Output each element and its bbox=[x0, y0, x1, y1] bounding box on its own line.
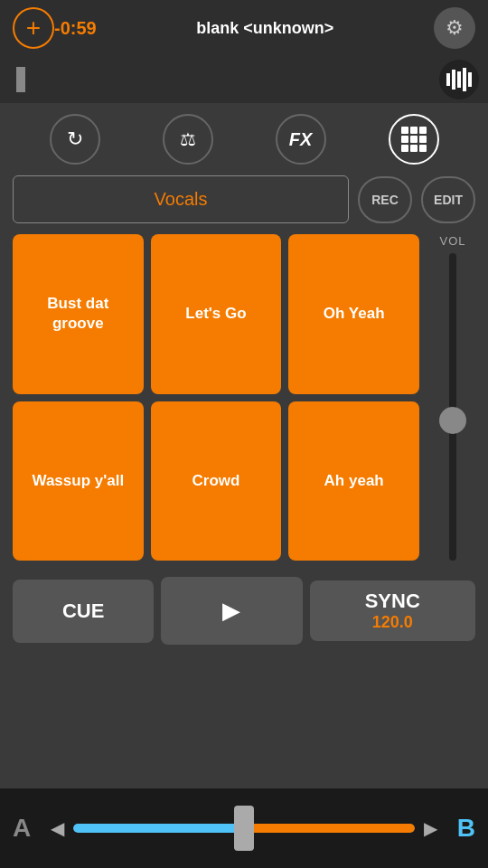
add-button[interactable]: + bbox=[13, 7, 54, 49]
pad-4[interactable]: Wassup y'all bbox=[13, 401, 144, 561]
sync-bpm: 120.0 bbox=[319, 613, 467, 632]
volume-thumb[interactable] bbox=[439, 407, 466, 434]
crossfader-track[interactable] bbox=[73, 820, 415, 836]
crossfader-label-a: A bbox=[13, 814, 42, 843]
loop-icon: ↻ bbox=[67, 127, 83, 151]
cue-button[interactable]: CUE bbox=[13, 580, 154, 643]
rec-button[interactable]: REC bbox=[358, 176, 412, 223]
pad-3[interactable]: Oh Yeah bbox=[288, 234, 419, 394]
pad-5[interactable]: Crowd bbox=[151, 401, 282, 561]
gear-icon: ⚙ bbox=[446, 16, 464, 40]
play-icon: ▶ bbox=[222, 597, 240, 625]
eq-icon: ⚖ bbox=[180, 128, 196, 150]
time-display: -0:59 bbox=[54, 18, 97, 39]
sync-button[interactable]: SYNC 120.0 bbox=[310, 580, 476, 641]
grid-icon bbox=[401, 127, 427, 152]
controls-row: ↻ ⚖ FX bbox=[0, 103, 488, 175]
volume-slider[interactable] bbox=[449, 253, 456, 561]
crossfader-row: A ◀ ▶ B bbox=[0, 788, 488, 868]
volume-section: VOL bbox=[430, 234, 475, 561]
fx-button[interactable]: FX bbox=[276, 114, 326, 165]
track-title: blank <unknown> bbox=[97, 19, 434, 38]
header: + -0:59 blank <unknown> ⚙ bbox=[0, 0, 488, 56]
vol-label: VOL bbox=[439, 234, 465, 248]
edit-button[interactable]: EDIT bbox=[421, 176, 475, 223]
crossfader-thumb[interactable] bbox=[234, 806, 254, 851]
crossfader-arrow-left[interactable]: ◀ bbox=[51, 817, 64, 839]
beats-button[interactable] bbox=[439, 60, 479, 99]
main-area: Bust dat groove Let's Go Oh Yeah Wassup … bbox=[0, 227, 488, 568]
pad-6[interactable]: Ah yeah bbox=[288, 401, 419, 561]
play-button[interactable]: ▶ bbox=[161, 577, 302, 645]
eq-button[interactable]: ⚖ bbox=[163, 114, 213, 165]
transport: CUE ▶ SYNC 120.0 bbox=[0, 568, 488, 654]
crossfader-fill-right bbox=[251, 824, 415, 833]
pad-1[interactable]: Bust dat groove bbox=[13, 234, 144, 394]
track-name-box: Vocals bbox=[13, 175, 349, 223]
pads-grid: Bust dat groove Let's Go Oh Yeah Wassup … bbox=[13, 234, 419, 561]
sync-label: SYNC bbox=[319, 590, 467, 613]
beats-icon bbox=[446, 68, 472, 91]
fx-label: FX bbox=[289, 129, 313, 150]
settings-button[interactable]: ⚙ bbox=[434, 7, 475, 49]
waveform-area bbox=[0, 56, 488, 103]
crossfader-label-b: B bbox=[446, 814, 475, 843]
pad-2[interactable]: Let's Go bbox=[151, 234, 282, 394]
loop-button[interactable]: ↻ bbox=[50, 114, 100, 165]
crossfader-arrow-right[interactable]: ▶ bbox=[424, 817, 437, 839]
crossfader-fill-left bbox=[73, 824, 234, 833]
grid-button[interactable] bbox=[389, 114, 439, 165]
waveform-line bbox=[16, 67, 25, 92]
track-row: Vocals REC EDIT bbox=[0, 175, 488, 223]
